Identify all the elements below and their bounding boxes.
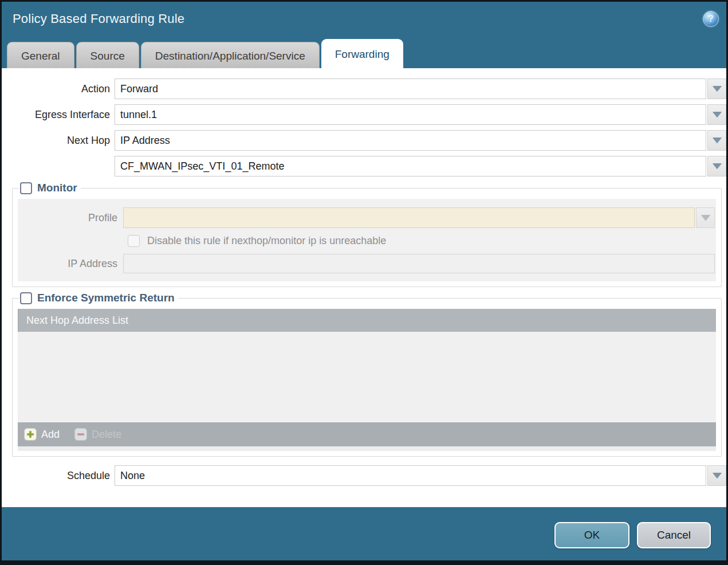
- monitor-group: Monitor Profile Disable: [12, 182, 722, 287]
- tab-forwarding[interactable]: Forwarding: [321, 39, 403, 68]
- tab-general[interactable]: General: [7, 42, 74, 68]
- add-button-label: Add: [41, 429, 60, 441]
- add-plus-icon: [24, 428, 37, 441]
- schedule-select: None: [115, 465, 726, 486]
- action-label: Action: [2, 83, 115, 95]
- help-icon[interactable]: ?: [703, 11, 719, 27]
- enforce-symmetric-return-checkbox[interactable]: [20, 292, 32, 304]
- action-row: Action Forward: [2, 79, 726, 99]
- chevron-down-icon: [713, 112, 722, 117]
- tab-destination-application-service[interactable]: Destination/Application/Service: [141, 42, 320, 68]
- chevron-down-icon: [713, 163, 722, 169]
- egress-interface-row: Egress Interface tunnel.1: [2, 104, 726, 125]
- tab-source[interactable]: Source: [76, 42, 139, 68]
- next-hop-address-row: CF_MWAN_IPsec_VTI_01_Remote: [2, 156, 726, 176]
- schedule-label: Schedule: [2, 470, 115, 482]
- action-value[interactable]: Forward: [115, 79, 706, 99]
- next-hop-address-select: CF_MWAN_IPsec_VTI_01_Remote: [115, 156, 726, 176]
- egress-interface-select: tunnel.1: [115, 104, 726, 125]
- add-button[interactable]: Add: [24, 428, 60, 441]
- disable-rule-checkbox: [128, 235, 140, 247]
- delete-button-label: Delete: [92, 429, 121, 441]
- title-bar: Policy Based Forwarding Rule ?: [2, 2, 726, 36]
- disable-rule-row: Disable this rule if nexthop/monitor ip …: [128, 234, 715, 248]
- next-hop-address-list-body[interactable]: [18, 332, 716, 422]
- next-hop-row: Next Hop IP Address: [2, 130, 726, 151]
- schedule-row: Schedule None: [2, 465, 726, 486]
- dialog-window: Policy Based Forwarding Rule ? General S…: [0, 0, 728, 565]
- monitor-ip-address-label: IP Address: [19, 258, 123, 270]
- enforce-symmetric-return-group: Enforce Symmetric Return Next Hop Addres…: [12, 292, 722, 457]
- enforce-symmetric-return-legend: Enforce Symmetric Return: [19, 292, 178, 304]
- next-hop-address-value[interactable]: CF_MWAN_IPsec_VTI_01_Remote: [115, 156, 706, 176]
- profile-label: Profile: [19, 212, 123, 224]
- egress-interface-label: Egress Interface: [2, 109, 115, 121]
- dialog-footer: OK Cancel: [2, 507, 726, 561]
- next-hop-dropdown-button[interactable]: [707, 130, 726, 151]
- profile-dropdown-button: [696, 207, 715, 228]
- schedule-value[interactable]: None: [115, 465, 706, 486]
- schedule-dropdown-button[interactable]: [707, 465, 726, 486]
- next-hop-address-list-header[interactable]: Next Hop Address List: [18, 309, 716, 332]
- action-select: Forward: [115, 79, 726, 99]
- page-title: Policy Based Forwarding Rule: [13, 11, 184, 26]
- cancel-button[interactable]: Cancel: [637, 522, 711, 548]
- table-bottom-strip: [18, 446, 716, 451]
- tab-bar: General Source Destination/Application/S…: [2, 36, 726, 68]
- egress-interface-dropdown-button[interactable]: [707, 104, 726, 125]
- forwarding-tab-panel: Action Forward Egress Interface tunnel.1: [2, 68, 726, 507]
- monitor-checkbox[interactable]: [20, 182, 32, 194]
- delete-minus-icon: [74, 428, 87, 441]
- monitor-ip-address-row: IP Address: [19, 254, 715, 273]
- monitor-label: Monitor: [37, 182, 77, 194]
- next-hop-address-list-table: Next Hop Address List Add: [18, 309, 716, 451]
- action-dropdown-button[interactable]: [707, 79, 726, 99]
- next-hop-address-list-toolbar: Add Delete: [18, 422, 716, 446]
- chevron-down-icon: [713, 86, 722, 92]
- monitor-ip-address-field: [123, 254, 715, 273]
- enforce-symmetric-return-label: Enforce Symmetric Return: [37, 292, 175, 304]
- next-hop-label: Next Hop: [2, 135, 115, 147]
- egress-interface-value[interactable]: tunnel.1: [115, 104, 706, 125]
- profile-row: Profile: [19, 207, 715, 228]
- chevron-down-icon: [713, 138, 722, 143]
- chevron-down-icon: [713, 473, 722, 478]
- monitor-legend: Monitor: [19, 182, 81, 194]
- monitor-ip-address-value: [123, 254, 715, 273]
- profile-value: [123, 207, 695, 228]
- delete-button: Delete: [74, 428, 121, 441]
- disable-rule-label: Disable this rule if nexthop/monitor ip …: [147, 235, 386, 247]
- policy-based-forwarding-dialog: Policy Based Forwarding Rule ? General S…: [2, 2, 726, 560]
- profile-select: [123, 207, 715, 228]
- next-hop-address-dropdown-button[interactable]: [707, 156, 726, 176]
- monitor-panel: Profile Disable this rule if nexthop/mon…: [18, 199, 716, 281]
- chevron-down-icon: [701, 215, 710, 221]
- ok-button[interactable]: OK: [554, 522, 629, 548]
- next-hop-value[interactable]: IP Address: [115, 130, 706, 151]
- next-hop-select: IP Address: [115, 130, 726, 151]
